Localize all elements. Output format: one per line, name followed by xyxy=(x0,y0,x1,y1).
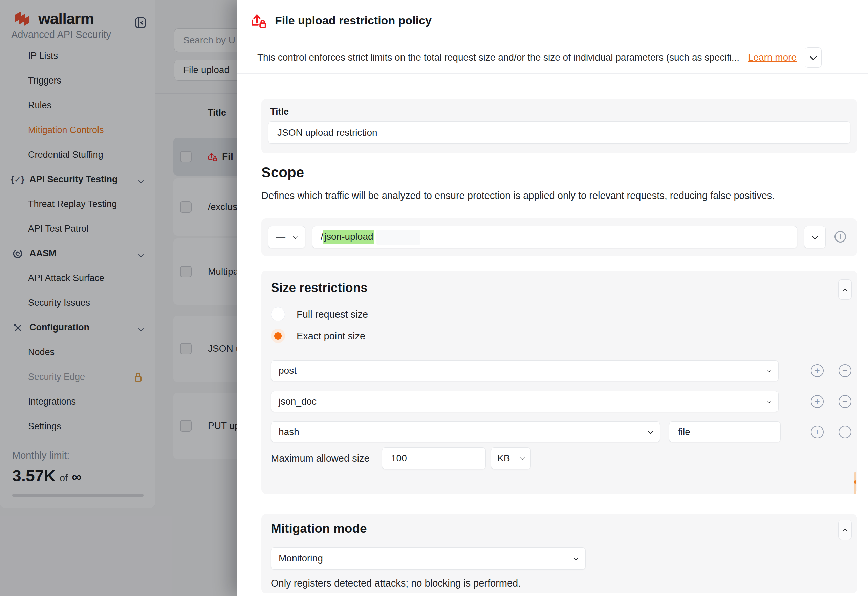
chevron-down-icon xyxy=(811,232,818,239)
select-value: hash xyxy=(279,426,299,437)
scope-path-input[interactable]: /json-upload xyxy=(312,226,797,248)
remove-point-button[interactable]: − xyxy=(838,364,852,377)
upload-lock-icon xyxy=(250,12,267,29)
info-icon[interactable]: i xyxy=(834,231,846,242)
title-field-label: Title xyxy=(270,106,289,117)
max-size-input[interactable] xyxy=(390,453,477,464)
max-size-label: Maximum allowed size xyxy=(271,447,370,469)
point-select-parameter[interactable]: json_doc xyxy=(271,391,779,412)
scope-operator-select[interactable]: — xyxy=(268,226,305,248)
point-select-method[interactable]: post xyxy=(271,360,779,381)
title-section: Title xyxy=(261,99,857,153)
remove-point-button[interactable]: − xyxy=(838,395,852,408)
mitigation-mode-section: Mitigation mode Monitoring Only register… xyxy=(261,514,857,593)
select-value: Monitoring xyxy=(279,553,323,564)
collapse-description-button[interactable] xyxy=(805,47,822,68)
select-value: json_doc xyxy=(279,396,316,407)
chevron-down-icon xyxy=(766,367,772,373)
modal-description: This control enforces strict limits on t… xyxy=(257,52,739,63)
scope-path-prefix: / xyxy=(321,232,323,242)
scope-row: — /json-upload i xyxy=(261,218,857,256)
max-size-unit-select[interactable]: KB xyxy=(491,447,531,469)
chevron-down-icon xyxy=(293,234,299,239)
modal-title: File upload restriction policy xyxy=(275,14,432,27)
size-restrictions-heading: Size restrictions xyxy=(271,281,368,295)
scope-description: Defines which traffic will be analyzed t… xyxy=(261,190,775,201)
chevron-up-icon xyxy=(842,528,848,534)
scope-heading: Scope xyxy=(261,164,304,181)
collapse-section-button[interactable] xyxy=(838,279,852,300)
point-select-hash[interactable]: hash xyxy=(271,422,660,443)
remove-point-button[interactable]: − xyxy=(838,425,852,438)
scope-path-highlight: json-upload xyxy=(323,230,374,244)
add-point-button[interactable]: + xyxy=(811,364,824,377)
chevron-down-icon xyxy=(648,429,654,434)
chevron-down-icon xyxy=(574,555,579,561)
max-size-field[interactable] xyxy=(382,447,486,469)
radio-on-icon[interactable] xyxy=(271,329,285,343)
radio-label: Exact point size xyxy=(297,330,365,342)
chevron-down-icon xyxy=(520,455,525,460)
collapse-section-button[interactable] xyxy=(838,519,852,540)
mitigation-mode-description: Only registers detected attacks; no bloc… xyxy=(271,578,521,589)
radio-exact-point-size[interactable]: Exact point size xyxy=(271,329,365,343)
unit-value: KB xyxy=(497,453,510,464)
mitigation-mode-select[interactable]: Monitoring xyxy=(271,547,586,569)
select-value: post xyxy=(279,365,297,376)
chevron-down-icon xyxy=(810,53,817,60)
modal-header: File upload restriction policy xyxy=(237,0,868,41)
scrollbar-marker xyxy=(855,480,856,484)
file-upload-restriction-modal: File upload restriction policy This cont… xyxy=(237,0,868,596)
chevron-up-icon xyxy=(842,288,848,294)
size-restrictions-section: Size restrictions Full request size Exac… xyxy=(261,271,857,494)
point-name-input[interactable] xyxy=(677,426,772,438)
chevron-down-icon xyxy=(766,398,772,404)
radio-label: Full request size xyxy=(297,309,368,320)
radio-full-request-size[interactable]: Full request size xyxy=(271,307,368,322)
add-point-button[interactable]: + xyxy=(811,395,824,408)
point-name-field[interactable] xyxy=(669,422,781,443)
radio-off-icon[interactable] xyxy=(271,307,285,321)
autocomplete-ghost xyxy=(376,230,420,245)
learn-more-link[interactable]: Learn more xyxy=(748,52,797,63)
scope-expand-button[interactable] xyxy=(804,226,826,248)
title-input[interactable] xyxy=(277,127,842,138)
modal-description-row: This control enforces strict limits on t… xyxy=(237,41,868,74)
mitigation-mode-heading: Mitigation mode xyxy=(271,522,367,536)
scope-operator-value: — xyxy=(276,232,285,242)
title-field[interactable] xyxy=(268,121,850,144)
add-point-button[interactable]: + xyxy=(811,425,824,438)
